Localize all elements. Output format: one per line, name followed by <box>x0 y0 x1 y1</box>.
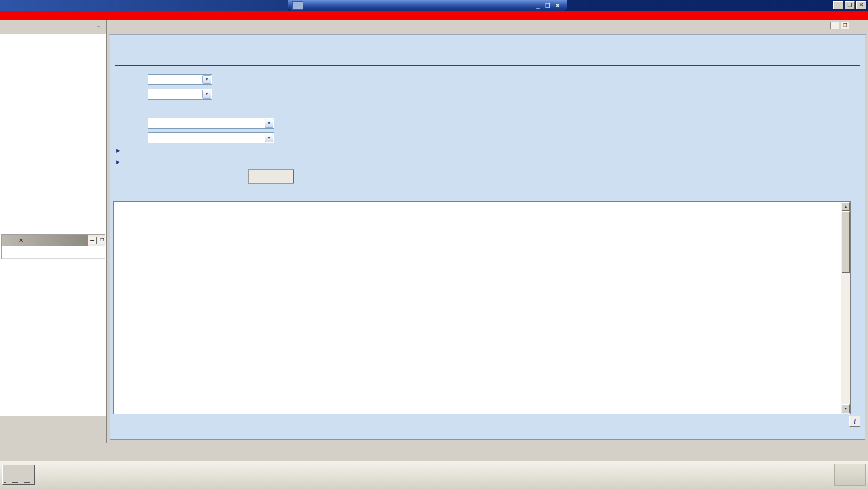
palm-icon <box>4 237 12 244</box>
booking-contents-maximize-button[interactable]: ❐ <box>98 237 106 244</box>
pin-icon <box>295 2 301 9</box>
restore-button[interactable]: ❐ <box>845 1 855 9</box>
booking-contents-minimize-button[interactable]: — <box>88 237 97 244</box>
search-button[interactable] <box>249 170 294 183</box>
sidebar-collapse-button[interactable]: − <box>94 23 103 31</box>
car-icon <box>116 40 141 56</box>
rdp-minimize-button[interactable]: _ <box>533 2 543 9</box>
scroll-up-icon[interactable]: ▲ <box>842 202 850 211</box>
panel-minimize-button[interactable]: — <box>830 22 839 29</box>
booking-contents-window-buttons: — ❐ <box>88 237 107 244</box>
minimize-button[interactable]: — <box>833 1 843 9</box>
rdp-pin-button[interactable] <box>292 1 303 10</box>
window-controls: — ❐ ✕ <box>833 1 866 9</box>
dropoff-location-field[interactable]: ▼ <box>148 132 274 143</box>
desktop: — ❐ ✕ _ ❐ ✕ − ✕ — <box>0 0 868 490</box>
monitor-icon <box>849 470 860 479</box>
close-button[interactable]: ✕ <box>856 1 866 9</box>
scroll-down-icon[interactable]: ▼ <box>842 404 850 413</box>
car-hire-panel: ▼ ▼ ▼ <box>110 35 865 440</box>
search-icon <box>265 172 274 180</box>
expander-arrow-icon: ▶ <box>116 159 120 165</box>
expander-arrow-icon: ▶ <box>116 148 120 153</box>
pickup-location-row: ▼ <box>116 118 274 129</box>
navigation-tree <box>0 34 106 37</box>
dropoff-location-row: ▼ <box>116 132 274 143</box>
membership-number-expander[interactable]: ▶ <box>116 159 124 165</box>
content-area: — ❐ ▼ ▼ <box>107 20 868 443</box>
booking-contents-close-icon[interactable]: ✕ <box>19 237 23 244</box>
booking-totals <box>0 416 106 443</box>
dropdown-icon[interactable]: ▼ <box>202 90 211 99</box>
session-info <box>107 447 868 453</box>
taskbar <box>0 461 868 490</box>
dropoff-at-field[interactable]: ▼ <box>148 89 212 100</box>
dropoff-at-row: ▼ <box>116 89 212 100</box>
start-button[interactable] <box>2 465 35 485</box>
scroll-thumb[interactable] <box>842 211 850 273</box>
tabstrip-window-buttons: — ❐ <box>830 22 849 29</box>
header-divider <box>115 65 860 66</box>
pickup-at-row: ▼ <box>116 74 212 85</box>
sidebar-header: − <box>0 20 106 34</box>
promotion-code-expander[interactable]: ▶ <box>116 148 124 153</box>
dropdown-icon[interactable]: ▼ <box>202 75 211 84</box>
booking-contents-panel: ✕ — ❐ <box>1 234 105 259</box>
rdp-restore-button[interactable]: ❐ <box>543 2 553 9</box>
windows-icon <box>14 470 22 479</box>
rdp-close-button[interactable]: ✕ <box>553 2 562 9</box>
results-table: ▲ ▼ <box>113 201 851 414</box>
app-icon <box>2 2 10 10</box>
lock-icon <box>306 2 312 9</box>
sidebar: − ✕ — ❐ <box>0 20 107 443</box>
booking-contents-title: ✕ <box>2 235 88 246</box>
booking-contents-titlebar: ✕ — ❐ <box>2 235 105 246</box>
pickup-location-field[interactable]: ▼ <box>148 118 274 129</box>
status-bar <box>0 443 868 461</box>
menu-bar <box>0 11 868 20</box>
panel-restore-button[interactable]: ❐ <box>841 22 849 29</box>
dropdown-icon[interactable]: ▼ <box>265 134 273 142</box>
document-tabstrip <box>109 22 866 35</box>
vertical-scrollbar[interactable]: ▲ ▼ <box>841 202 850 414</box>
info-button[interactable]: i <box>849 416 860 427</box>
pickup-at-field[interactable]: ▼ <box>148 74 212 85</box>
system-tray <box>834 464 866 486</box>
table-header <box>114 202 850 211</box>
rdp-connection-bar: _ ❐ ✕ <box>288 0 567 11</box>
dropdown-icon[interactable]: ▼ <box>265 119 273 128</box>
booking-contents-toolbar <box>2 246 105 259</box>
